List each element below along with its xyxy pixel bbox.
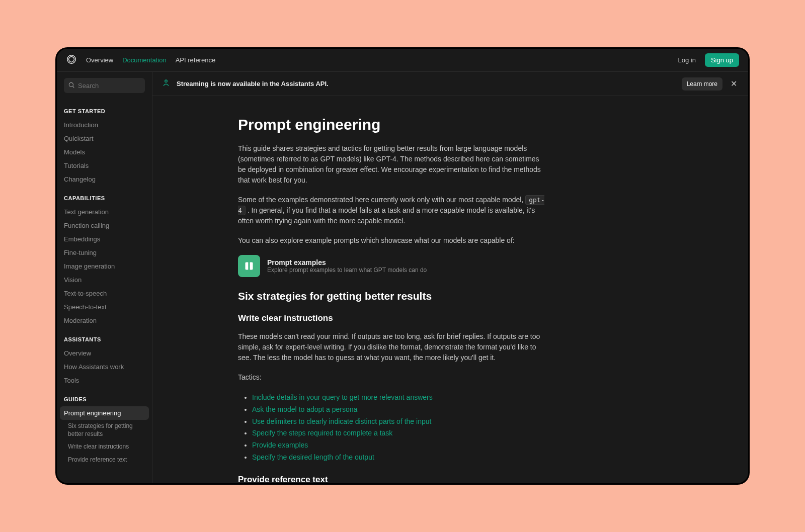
sidebar-item-introduction[interactable]: Introduction (57, 118, 152, 132)
main-content: Streaming is now available in the Assist… (152, 72, 748, 483)
page-title: Prompt engineering (238, 116, 545, 133)
sidebar-item-assistants-overview[interactable]: Overview (57, 346, 152, 360)
tactic-link[interactable]: Use delimiters to clearly indicate disti… (252, 417, 431, 425)
tactics-label: Tactics: (238, 372, 545, 383)
tactic-link[interactable]: Specify the steps required to complete a… (252, 429, 392, 437)
svg-point-2 (165, 80, 168, 82)
login-link[interactable]: Log in (678, 56, 695, 64)
assistant-icon (162, 78, 171, 90)
top-nav-links: Overview Documentation API reference (86, 56, 215, 64)
sidebar-subitem-provide-reference[interactable]: Provide reference text (57, 454, 152, 467)
sidebar-item-embeddings[interactable]: Embeddings (57, 232, 152, 246)
card-title: Prompt examples (267, 258, 427, 267)
close-icon[interactable]: ✕ (729, 77, 739, 91)
sidebar-subitem-write-clear[interactable]: Write clear instructions (57, 440, 152, 454)
tactic-link[interactable]: Specify the desired length of the output (252, 453, 374, 461)
nav-documentation[interactable]: Documentation (122, 56, 166, 64)
sidebar-item-function-calling[interactable]: Function calling (57, 219, 152, 232)
strategy-heading-provide-reference: Provide reference text (238, 475, 545, 483)
sidebar-subitem-six-strategies[interactable]: Six strategies for getting better result… (57, 420, 152, 440)
sidebar-item-moderation[interactable]: Moderation (57, 314, 152, 327)
svg-point-1 (69, 82, 73, 86)
strategy-body-write-clear: These models can't read your mind. If ou… (238, 331, 545, 363)
search-box[interactable]: ⌘ K (64, 78, 145, 93)
sidebar-item-changelog[interactable]: Changelog (57, 172, 152, 186)
intro-paragraph-1: This guide shares strategies and tactics… (238, 143, 545, 186)
sidebar-item-models[interactable]: Models (57, 145, 152, 159)
sidebar-item-prompt-engineering[interactable]: Prompt engineering (60, 406, 149, 420)
signup-button[interactable]: Sign up (705, 53, 739, 67)
tactic-link[interactable]: Include details in your query to get mor… (252, 393, 433, 401)
nav-overview[interactable]: Overview (86, 56, 113, 64)
nav-api-reference[interactable]: API reference (176, 56, 216, 64)
sidebar-item-quickstart[interactable]: Quickstart (57, 132, 152, 145)
section-guides: GUIDES (57, 387, 152, 406)
banner-text: Streaming is now available in the Assist… (177, 80, 676, 87)
sidebar-item-tools[interactable]: Tools (57, 374, 152, 387)
announcement-banner: Streaming is now available in the Assist… (152, 72, 748, 96)
tactics-list: Include details in your query to get mor… (238, 392, 545, 464)
tactic-link[interactable]: Ask the model to adopt a persona (252, 405, 357, 413)
strategy-heading-write-clear: Write clear instructions (238, 313, 545, 323)
sidebar-item-fine-tuning[interactable]: Fine-tuning (57, 246, 152, 259)
section-capabilities: CAPABILITIES (57, 186, 152, 205)
book-icon (238, 255, 260, 277)
learn-more-button[interactable]: Learn more (682, 77, 722, 91)
section-heading-six-strategies: Six strategies for getting better result… (238, 290, 545, 302)
section-assistants: ASSISTANTS (57, 327, 152, 346)
intro-paragraph-2: Some of the examples demonstrated here c… (238, 195, 545, 226)
sidebar: ⌘ K GET STARTED Introduction Quickstart … (57, 72, 152, 483)
logo-icon[interactable] (66, 54, 77, 67)
sidebar-item-vision[interactable]: Vision (57, 273, 152, 287)
sidebar-item-image-generation[interactable]: Image generation (57, 259, 152, 273)
app-window: Overview Documentation API reference Log… (55, 47, 750, 485)
sidebar-item-speech-to-text[interactable]: Speech-to-text (57, 300, 152, 314)
search-icon (68, 81, 75, 90)
sidebar-item-text-generation[interactable]: Text generation (57, 205, 152, 219)
sidebar-item-how-assistants-work[interactable]: How Assistants work (57, 360, 152, 374)
search-input[interactable] (78, 82, 152, 90)
card-subtitle: Explore prompt examples to learn what GP… (267, 267, 427, 274)
section-get-started: GET STARTED (57, 99, 152, 118)
sidebar-item-tutorials[interactable]: Tutorials (57, 159, 152, 172)
intro-paragraph-3: You can also explore example prompts whi… (238, 235, 545, 246)
tactic-link[interactable]: Provide examples (252, 441, 308, 449)
top-nav: Overview Documentation API reference Log… (57, 49, 748, 72)
sidebar-item-text-to-speech[interactable]: Text-to-speech (57, 287, 152, 300)
prompt-examples-card[interactable]: Prompt examples Explore prompt examples … (238, 255, 545, 277)
